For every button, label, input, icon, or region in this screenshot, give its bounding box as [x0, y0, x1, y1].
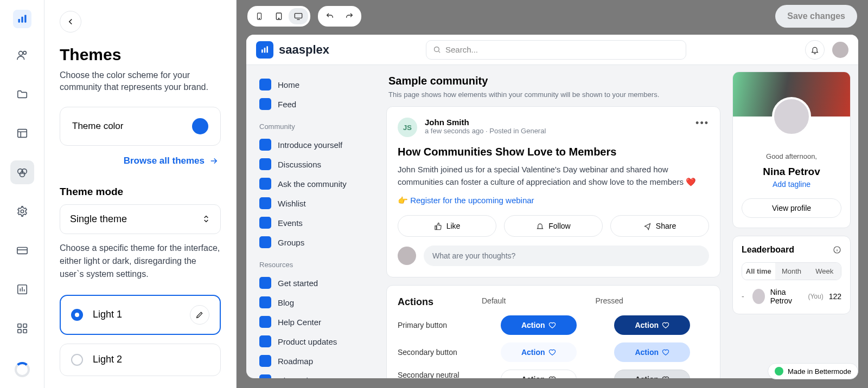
settings-icon[interactable] [10, 199, 34, 223]
nav-introduce[interactable]: Introduce yourself [252, 135, 376, 154]
redo-button[interactable] [340, 8, 359, 24]
primary-pressed[interactable]: Action [614, 315, 690, 335]
theme-color-card[interactable]: Theme color [60, 107, 221, 146]
app-logo[interactable] [13, 10, 31, 28]
view-profile-button[interactable]: View profile [742, 198, 841, 218]
notifications-button[interactable] [805, 40, 825, 60]
theme-option-label: Light 2 [93, 354, 209, 365]
theme-color-label: Theme color [72, 121, 123, 132]
brand[interactable]: saasplex [256, 41, 329, 59]
sample-post: JS John Smith a few seconds ago · Posted… [386, 106, 720, 277]
comment-input[interactable]: What are your thoughts? [424, 245, 709, 266]
leaderboard-tabs: All time Month Week [742, 262, 841, 280]
viewport-tablet[interactable] [269, 8, 289, 24]
nav-label: Product updates [278, 337, 337, 346]
history-group [318, 6, 361, 27]
people-icon[interactable] [10, 43, 34, 67]
add-tagline-link[interactable]: Add tagline [733, 180, 850, 189]
lb-tab-month[interactable]: Month [775, 263, 808, 280]
leaderboard-title: Leaderboard [742, 245, 794, 255]
nav-label: Roadmap [278, 357, 313, 366]
nav-updates[interactable]: Product updates [252, 332, 376, 351]
theme-mode-help: Choose a specific theme for the interfac… [60, 242, 221, 281]
edit-theme-button[interactable] [190, 305, 209, 325]
comment-avatar [398, 247, 416, 265]
like-button[interactable]: Like [398, 215, 496, 237]
analytics-icon[interactable] [10, 277, 34, 301]
lb-rank: - [742, 292, 747, 301]
billing-icon[interactable] [10, 238, 34, 262]
follow-button[interactable]: Follow [504, 215, 603, 237]
badge-label: Made in Bettermode [788, 367, 851, 376]
nav-blog[interactable]: Blog [252, 293, 376, 312]
neutral-pressed[interactable]: Action [614, 370, 690, 378]
nav-feed[interactable]: Feed [252, 94, 376, 114]
avatar[interactable] [832, 42, 848, 58]
neutral-default[interactable]: Action [501, 370, 577, 378]
undo-button[interactable] [320, 8, 340, 24]
nav-changelog[interactable]: Changelog [252, 371, 376, 378]
theme-color-swatch[interactable] [192, 118, 208, 134]
profile-card: Good afternoon, Nina Petrov Add tagline … [732, 72, 851, 228]
theme-mode-select[interactable]: Single theme [60, 204, 221, 234]
nav-roadmap[interactable]: Roadmap [252, 351, 376, 371]
post-avatar[interactable]: JS [398, 118, 417, 137]
svg-point-19 [278, 18, 279, 18]
check-icon [775, 367, 783, 376]
star-icon [259, 197, 271, 209]
theme-option-light-2[interactable]: Light 2 [60, 344, 221, 376]
home-icon [259, 79, 271, 90]
profile-avatar[interactable] [772, 97, 811, 136]
nav-getstarted[interactable]: Get started [252, 273, 376, 293]
lb-points: 122 [829, 292, 841, 301]
viewport-desktop[interactable] [289, 8, 308, 24]
actions-heading: Actions [398, 296, 482, 308]
nav-home[interactable]: Home [252, 75, 376, 94]
svg-rect-5 [17, 130, 27, 138]
wave-icon [259, 139, 271, 151]
nav-ask[interactable]: Ask the community [252, 174, 376, 193]
nav-events[interactable]: Events [252, 213, 376, 232]
themes-panel: Themes Choose the color scheme for your … [44, 0, 237, 388]
folder-icon[interactable] [10, 82, 34, 106]
preview-sidebar: Good afternoon, Nina Petrov Add tagline … [725, 65, 858, 378]
bettermode-badge[interactable]: Made in Bettermode [768, 363, 858, 379]
info-icon[interactable] [833, 245, 841, 254]
share-label: Share [656, 222, 676, 230]
secondary-pressed[interactable]: Action [614, 342, 690, 362]
share-button[interactable]: Share [610, 215, 709, 237]
apps-icon[interactable] [10, 316, 34, 340]
layout-icon[interactable] [10, 121, 34, 145]
post-cta-link[interactable]: 👉 Register for the upcoming webinar [398, 196, 709, 205]
primary-default[interactable]: Action [501, 315, 577, 335]
nav-help[interactable]: Help Center [252, 312, 376, 332]
theme-icon[interactable] [10, 160, 34, 184]
post-title[interactable]: How Communities Show Love to Members [398, 146, 709, 158]
panel-description: Choose the color scheme for your communi… [60, 69, 221, 94]
svg-rect-0 [18, 19, 20, 23]
svg-rect-10 [17, 248, 27, 254]
search-input[interactable]: Search... [426, 40, 686, 60]
leaderboard-row[interactable]: - Nina Petrov (You) 122 [742, 288, 841, 305]
lb-tab-week[interactable]: Week [808, 263, 841, 280]
nav-groups[interactable]: Groups [252, 232, 376, 252]
nav-wishlist[interactable]: Wishlist [252, 193, 376, 213]
row-primary: Primary button [398, 321, 482, 329]
svg-rect-23 [266, 46, 268, 53]
browse-themes-link[interactable]: Browse all themes [62, 156, 219, 166]
post-author[interactable]: John Smith [425, 118, 688, 127]
col-default: Default [482, 296, 596, 308]
svg-rect-21 [261, 49, 263, 53]
nav-discussions[interactable]: Discussions [252, 154, 376, 174]
col-pressed: Pressed [596, 296, 710, 308]
svg-rect-15 [23, 329, 26, 333]
save-changes-button[interactable]: Save changes [775, 5, 857, 28]
theme-option-light-1[interactable]: Light 1 [60, 295, 221, 335]
lb-tab-alltime[interactable]: All time [742, 263, 775, 280]
secondary-default[interactable]: Action [501, 342, 577, 362]
viewport-mobile[interactable] [250, 8, 269, 24]
svg-point-4 [23, 51, 26, 55]
back-button[interactable] [60, 11, 81, 33]
post-menu[interactable]: ••• [695, 118, 709, 129]
leaderboard-card: Leaderboard All time Month Week - Nina P… [732, 236, 851, 314]
